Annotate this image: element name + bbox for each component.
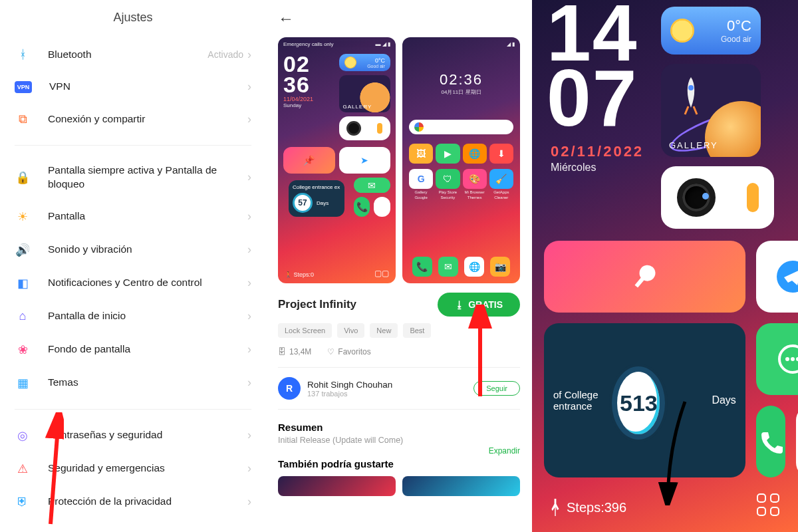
pin-tile: 📌 [283,147,335,174]
settings-panel: Ajustes ᚼBluetoothActivado›VPNVPN›⧉Conex… [0,0,266,532]
related-theme[interactable] [402,476,520,496]
author-row[interactable]: R Rohit Singh Chouhan 137 trabajos Segui… [266,372,532,405]
author-avatar: R [278,377,301,400]
author-jobs: 137 trabajos [307,390,392,398]
settings-item-label: Pantalla siempre activa y Pantalla de bl… [48,164,247,192]
free-label: GRATIS [468,299,503,310]
download-free-button[interactable]: ⭳ GRATIS [438,293,520,317]
homescreen-panel: 14 07 02/11/2022 Miércoles 0°C Good air … [532,0,798,532]
message-tile: ✉ [354,178,390,193]
steps-text: 🚶 Steps:0 [285,271,314,278]
app-drawer-button[interactable] [757,493,779,516]
theme-tag[interactable]: New [370,323,398,338]
theme-tag[interactable]: Best [403,323,431,338]
favorites-button[interactable]: ♡Favoritos [327,347,370,356]
settings-item-sun[interactable]: ☀Pantalla› [0,200,266,233]
chevron-right-icon: › [247,243,251,257]
home-icon: ⌂ [15,309,31,325]
settings-item-home[interactable]: ⌂Pantalla de inicio› [0,300,266,333]
files-tile: 🗂 [374,197,390,217]
telegram-icon [775,259,798,295]
gallery-widget: GALLERY [339,75,391,112]
gallery-label: GALLERY [669,140,718,150]
theme-tag[interactable]: Vivo [337,323,364,338]
sound-icon: 🔊 [15,242,31,258]
pin-tile[interactable] [544,241,745,313]
settings-item-label: Bluetooth [48,48,207,62]
pushpin-icon [621,253,668,300]
settings-item-label: Fondo de pantalla [48,342,247,356]
theme-tag[interactable]: Lock Screen [278,323,332,338]
messages-tile[interactable] [756,323,798,395]
chevron-right-icon: › [247,309,251,323]
status-text: Emergency calls only [283,41,334,47]
chevron-right-icon: › [247,112,251,126]
lock-icon: 🔒 [15,170,31,186]
back-button[interactable]: ← [266,0,532,37]
settings-item-sound[interactable]: 🔊Sonido y vibración› [0,233,266,267]
weather-widget: 0°C Good air [339,54,391,71]
notif-icon: ◧ [15,275,31,291]
clock-minutes: 07 [532,65,644,130]
countdown-widget[interactable]: of College entrance 513 Days [544,323,745,477]
chevron-right-icon: › [247,209,251,223]
app-icon: ⬇ [489,144,513,164]
divider [15,409,251,410]
related-theme[interactable] [278,476,396,496]
theme-screenshot-2[interactable]: ◢ ▮ 02:36 04月11日 星期日 🖼▶🌐⬇G🛡🎨🧹GalleryPlay… [402,37,520,283]
rocket-icon [681,76,701,116]
chevron-right-icon: › [247,276,251,290]
weather-widget[interactable]: 0°C Good air [661,7,761,55]
theme-screenshot-1[interactable]: Emergency calls only▬ ◢ ▮ 0236 11/04/202… [278,37,396,283]
countdown-title: of College entrance [553,389,612,412]
steps-label: Steps: [567,500,604,515]
follow-button[interactable]: Seguir [473,381,520,396]
settings-item-label: Sonido y vibración [48,243,247,257]
countdown-number: 513 [612,366,665,440]
summary-body: Initial Release (Update will Come) [266,434,532,446]
settings-item-share[interactable]: ⧉Conexión y compartir› [0,102,266,136]
author-name: Rohit Singh Chouhan [307,380,392,390]
download-icon: ⭳ [455,299,464,310]
app-icon: 🛡 [436,169,460,189]
settings-item-label: Temas [48,376,247,390]
chevron-right-icon: › [247,170,251,184]
app-icon: ▶ [436,144,460,164]
bluetooth-icon: ᚼ [15,47,31,63]
phone-tile: 📞 [354,197,370,217]
settings-item-lock[interactable]: 🔒Pantalla siempre activa y Pantalla de b… [0,155,266,200]
chevron-right-icon: › [247,495,251,509]
settings-item-alert[interactable]: ⚠Seguridad y emergencias› [0,452,266,485]
steps-counter[interactable]: Steps:396 [551,499,626,516]
settings-item-finger[interactable]: ◎Contraseñas y seguridad› [0,419,266,452]
status-icons: ◢ ▮ [507,41,515,47]
settings-item-theme[interactable]: ▦Temas› [0,366,266,400]
settings-item-notif[interactable]: ◧Notificaciones y Centro de control› [0,267,266,300]
weather-temp: 0°C [367,57,385,64]
phone-tile[interactable] [756,406,785,477]
day-text: Miércoles [532,162,644,174]
app-label: Cleaner [489,196,513,200]
alert-icon: ⚠ [15,461,31,477]
settings-item-vpn[interactable]: VPNVPN› [0,71,266,102]
gallery-widget[interactable]: GALLERY [661,64,761,157]
day-text: Sunday [283,102,335,108]
app-icon: 🎨 [463,169,487,189]
camera-widget[interactable] [661,166,774,229]
shutter-icon [747,183,759,212]
settings-item-shield[interactable]: ⛨Protección de la privacidad› [0,485,266,519]
telegram-tile[interactable] [756,241,798,313]
settings-item-bluetooth[interactable]: ᚼBluetoothActivado› [0,38,266,71]
countdown-widget: College entrance ex 57Days [289,180,344,217]
chevron-right-icon: › [247,376,251,390]
svg-point-0 [688,85,694,90]
expand-button[interactable]: Expandir [489,446,532,456]
shield-icon: ⛨ [15,494,31,510]
phone-icon [756,427,785,456]
app-icon: 🖼 [409,144,433,164]
chevron-right-icon: › [247,80,251,94]
tag-row: Lock ScreenVivoNewBest [266,322,532,344]
summary-heading: Resumen [266,414,532,434]
settings-item-wall[interactable]: ❀Fondo de pantalla› [0,333,266,366]
chevron-right-icon: › [247,342,251,356]
